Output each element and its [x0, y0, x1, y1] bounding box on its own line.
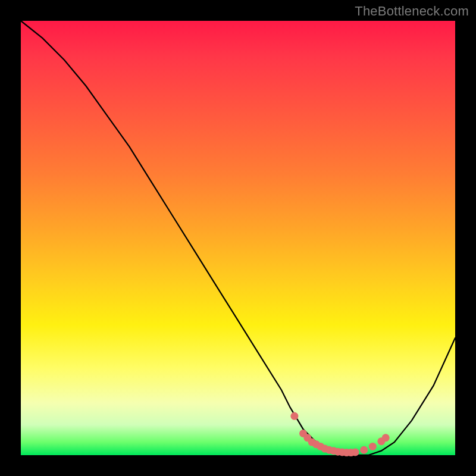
watermark-text: TheBottleneck.com: [355, 4, 469, 19]
optimal-range-dot: [360, 446, 368, 454]
optimal-range-dots: [290, 412, 389, 456]
plot-area: [21, 21, 455, 455]
optimal-range-dot: [290, 412, 298, 420]
optimal-range-dot: [369, 443, 377, 450]
bottleneck-curve: [21, 21, 455, 455]
optimal-range-dot: [382, 434, 390, 441]
optimal-range-dot: [352, 448, 359, 456]
chart-frame: TheBottleneck.com: [0, 0, 476, 476]
chart-svg: [21, 21, 455, 455]
